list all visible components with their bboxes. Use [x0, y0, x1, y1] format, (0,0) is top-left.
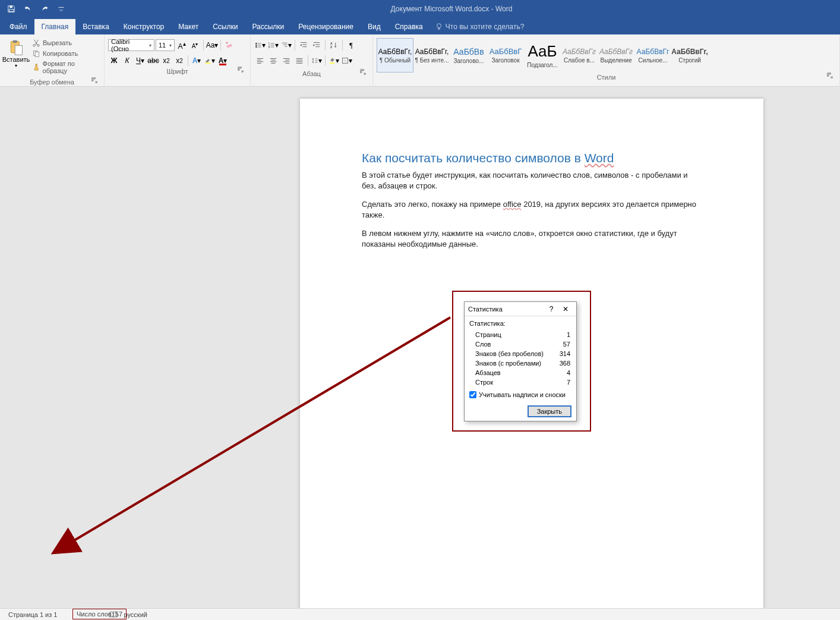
borders-button[interactable]: ▾	[341, 55, 353, 67]
inc-indent-button[interactable]	[311, 39, 323, 51]
group-paragraph: ▾ 123▾ ▾ AZ ¶ ▾ ▾ ▾	[251, 34, 373, 87]
style-nospacing[interactable]: АаБбВвГг,¶ Без инте...	[413, 38, 450, 73]
svg-text:3: 3	[269, 46, 270, 49]
window-title: Документ Microsoft Word.docx - Word	[68, 5, 835, 13]
tab-design[interactable]: Конструктор	[116, 19, 171, 34]
svg-point-12	[255, 43, 257, 44]
style-intense[interactable]: АаБбВвГгСильное...	[634, 38, 671, 73]
font-name-combo[interactable]: Calibri (Осно▾	[108, 39, 154, 51]
sort-button[interactable]: AZ	[328, 39, 340, 51]
group-clipboard: Вставить ▾ Вырезать Копировать Формат по…	[0, 34, 105, 87]
doc-paragraph-2[interactable]: Сделать это легко, покажу на примере off…	[362, 199, 704, 220]
font-color-button[interactable]: A▾	[217, 55, 229, 67]
svg-point-6	[33, 45, 36, 47]
change-case-button[interactable]: Aa▾	[206, 39, 218, 51]
tab-layout[interactable]: Макет	[171, 19, 206, 34]
style-normal[interactable]: АаБбВвГг,¶ Обычный	[377, 38, 413, 73]
undo-button[interactable]	[21, 2, 34, 15]
align-right-button[interactable]	[280, 55, 292, 67]
font-launcher[interactable]	[236, 66, 244, 74]
eraser-icon	[225, 41, 233, 49]
text-effects-button[interactable]: A▾	[191, 55, 203, 67]
style-strong[interactable]: АаБбВвГг,Строгий	[671, 38, 708, 73]
align-left-button[interactable]	[254, 55, 266, 67]
svg-rect-9	[35, 52, 39, 56]
style-h2[interactable]: АаБбВвГЗаголовок	[487, 38, 524, 73]
highlight-icon	[204, 56, 211, 65]
tab-view[interactable]: Вид	[361, 19, 388, 34]
multilevel-button[interactable]: ▾	[280, 39, 292, 51]
clipboard-launcher[interactable]	[90, 77, 98, 84]
shrink-font-button[interactable]: A▾	[189, 39, 201, 51]
qat-customize[interactable]	[55, 2, 68, 15]
save-button[interactable]	[5, 2, 18, 15]
show-marks-button[interactable]: ¶	[345, 39, 357, 51]
stat-row: Абзацев4	[470, 369, 570, 377]
cut-button[interactable]: Вырезать	[31, 38, 100, 48]
svg-rect-20	[330, 62, 335, 64]
dialog-close-x[interactable]: ✕	[558, 305, 573, 313]
brush-icon	[32, 63, 40, 71]
doc-paragraph-3[interactable]: В левом нижнем углу, нажмите на «число с…	[362, 228, 704, 249]
font-group-label: Шрифт	[166, 68, 188, 75]
paragraph-group-label: Абзац	[302, 70, 321, 77]
underline-button[interactable]: Ч▾	[134, 55, 146, 67]
bold-button[interactable]: Ж	[108, 55, 120, 67]
line-spacing-button[interactable]: ▾	[311, 55, 323, 67]
group-font: Calibri (Осно▾ 11▾ A▴ A▾ Aa▾ Ж К Ч▾ abc …	[105, 34, 251, 87]
dialog-title: Статистика	[468, 306, 544, 313]
dec-indent-button[interactable]	[298, 39, 310, 51]
tab-help[interactable]: Справка	[388, 19, 430, 34]
titlebar: Документ Microsoft Word.docx - Word	[0, 0, 840, 18]
statusbar: Страница 1 из 1 Число слов: 57 русский	[0, 608, 840, 620]
tab-mailings[interactable]: Рассылки	[245, 19, 291, 34]
subscript-button[interactable]: x2	[160, 55, 172, 67]
svg-text:Z: Z	[330, 45, 333, 49]
bullets-button[interactable]: ▾	[254, 39, 266, 51]
stat-row: Строк7	[470, 378, 570, 386]
format-painter-button[interactable]: Формат по образцу	[31, 59, 100, 75]
svg-rect-5	[15, 46, 22, 55]
redo-button[interactable]	[38, 2, 51, 15]
style-subtle[interactable]: АаБбВвГгСлабое в...	[561, 38, 598, 73]
numbering-button[interactable]: 123▾	[267, 39, 279, 51]
style-emph[interactable]: АаБбВвГгВыделение	[598, 38, 634, 73]
styles-launcher[interactable]	[826, 72, 833, 80]
styles-group-label: Стили	[597, 74, 616, 81]
include-textboxes-checkbox[interactable]: Учитывать надписи и сноски	[469, 391, 571, 398]
font-size-combo[interactable]: 11▾	[156, 39, 175, 51]
checkbox-input[interactable]	[469, 391, 476, 398]
document-canvas[interactable]: Как посчитать количество символов в Word…	[0, 87, 840, 608]
copy-button[interactable]: Копировать	[31, 49, 100, 58]
tab-file[interactable]: Файл	[2, 19, 34, 34]
justify-button[interactable]	[293, 55, 305, 67]
page-indicator[interactable]: Страница 1 из 1	[6, 610, 59, 619]
doc-paragraph-1[interactable]: В этой статье будет инструкция, как посч…	[362, 170, 704, 191]
tab-references[interactable]: Ссылки	[206, 19, 245, 34]
tab-home[interactable]: Главная	[34, 19, 76, 34]
word-count[interactable]: Число слов: 57	[72, 609, 127, 619]
clear-format-button[interactable]	[223, 39, 235, 51]
paste-button[interactable]: Вставить ▾	[4, 37, 29, 77]
svg-text:A: A	[330, 42, 333, 45]
strikethrough-button[interactable]: abc	[147, 55, 159, 67]
italic-button[interactable]: К	[121, 55, 133, 67]
style-title[interactable]: АаБПодзагол...	[524, 38, 561, 73]
tab-review[interactable]: Рецензирование	[291, 19, 361, 34]
checkbox-label: Учитывать надписи и сноски	[479, 391, 566, 398]
tab-insert[interactable]: Вставка	[75, 19, 116, 34]
grow-font-button[interactable]: A▴	[176, 39, 188, 51]
svg-point-13	[255, 45, 257, 46]
align-center-button[interactable]	[267, 55, 279, 67]
dialog-close-button[interactable]: Закрыть	[528, 405, 571, 417]
shading-button[interactable]: ▾	[328, 55, 340, 67]
svg-point-7	[37, 45, 40, 47]
style-h1[interactable]: АаБбВвЗаголово...	[450, 38, 487, 73]
highlight-button[interactable]: ▾	[204, 55, 216, 67]
doc-heading[interactable]: Как посчитать количество символов в Word	[362, 151, 704, 165]
tell-me-search[interactable]: Что вы хотите сделать?	[435, 19, 525, 34]
paragraph-launcher[interactable]	[359, 68, 367, 76]
lightbulb-icon	[435, 23, 443, 31]
dialog-help-button[interactable]: ?	[544, 305, 558, 313]
superscript-button[interactable]: x2	[173, 55, 185, 67]
